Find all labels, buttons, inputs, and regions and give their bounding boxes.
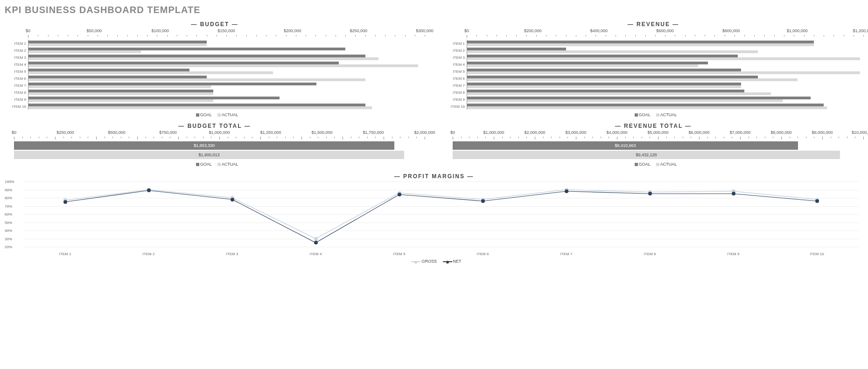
point-net — [314, 241, 318, 244]
axis-tick: $2,000,000 — [524, 130, 545, 135]
revenue-total-panel: REVENUE TOTAL $0$1,000,000$2,000,000$3,0… — [443, 121, 863, 167]
legend-label-actual: ACTUAL — [660, 162, 677, 167]
y-axis-tick: 40% — [5, 229, 12, 233]
legend-label-net: NET — [453, 259, 462, 264]
axis-tick: $0 — [464, 28, 469, 33]
row-budget-revenue: BUDGET $0$50,000$100,000$150,000$200,000… — [5, 19, 863, 117]
axis-tick: $4,000,000 — [606, 130, 627, 135]
bar-actual — [28, 92, 213, 95]
legend-swatch-goal — [635, 113, 638, 117]
legend-label-gross: GROSS — [421, 259, 437, 264]
row-totals: BUDGET TOTAL $0$250,000$500,000$750,000$… — [5, 121, 863, 167]
axis-tick: $400,000 — [590, 28, 608, 33]
point-net — [398, 193, 401, 196]
bar-actual — [28, 50, 141, 53]
legend-swatch-actual — [217, 163, 221, 166]
bar-row: ITEM 7 — [28, 82, 425, 89]
axis-tick: $500,000 — [108, 130, 126, 135]
legend-swatch-goal — [196, 163, 199, 166]
bar-row: ITEM 9 — [28, 96, 425, 103]
y-axis-tick: 100% — [5, 180, 14, 184]
revenue-total-title: REVENUE TOTAL — [443, 123, 863, 129]
axis-tick: $250,000 — [350, 28, 368, 33]
x-axis-tick: ITEM 9 — [728, 252, 740, 256]
budget-legend: GOAL ACTUAL — [5, 112, 425, 117]
x-axis-tick: ITEM 2 — [143, 252, 155, 256]
profit-panel: PROFIT MARGINS 20%30%40%50%60%70%80%90%1… — [5, 173, 863, 264]
axis-tick: $6,000,000 — [688, 130, 709, 135]
bar-actual — [467, 99, 783, 102]
legend-label-goal: GOAL — [639, 162, 651, 167]
axis-tick: $0 — [12, 130, 16, 135]
axis-tick: $300,000 — [416, 28, 434, 33]
bar-actual — [467, 106, 827, 109]
line-net — [65, 190, 817, 243]
x-axis-tick: ITEM 3 — [226, 252, 238, 256]
axis-tick: $1,200,000 — [853, 28, 868, 33]
bar-actual — [28, 57, 378, 60]
x-axis-tick: ITEM 5 — [393, 252, 406, 256]
total-bar-actual: $1,900,013 — [14, 151, 404, 159]
axis-tick: $150,000 — [217, 28, 235, 33]
x-axis-tick: ITEM 4 — [310, 252, 322, 256]
bar-row: ITEM 9 — [467, 96, 863, 103]
point-net — [732, 192, 735, 195]
revenue-total-chart: $0$1,000,000$2,000,000$3,000,000$4,000,0… — [443, 130, 863, 159]
bar-category-label: ITEM 4 — [5, 62, 26, 66]
bar-actual — [467, 78, 798, 81]
budget-title: BUDGET — [5, 21, 425, 28]
bar-category-label: ITEM 5 — [444, 69, 465, 73]
budget-total-legend: GOAL ACTUAL — [5, 162, 425, 167]
budget-chart: $0$50,000$100,000$150,000$200,000$250,00… — [5, 28, 425, 110]
axis-tick: $1,500,000 — [311, 130, 332, 135]
axis-tick: $750,000 — [159, 130, 177, 135]
x-axis-tick: ITEM 7 — [560, 252, 573, 256]
axis-tick: $1,250,000 — [260, 130, 281, 135]
legend-swatch-actual — [656, 163, 659, 166]
revenue-panel: REVENUE $0$200,000$400,000$600,000$800,0… — [443, 19, 863, 117]
bar-category-label: ITEM 7 — [444, 83, 465, 87]
line-gross — [65, 190, 817, 239]
axis-tick: $100,000 — [152, 28, 169, 33]
revenue-total-legend: GOAL ACTUAL — [443, 162, 863, 167]
bar-actual — [467, 64, 698, 67]
budget-total-title: BUDGET TOTAL — [5, 123, 425, 129]
axis-tick: $10,000,000 — [852, 130, 868, 135]
bar-category-label: ITEM 5 — [5, 69, 26, 73]
budget-total-chart: $0$250,000$500,000$750,000$1,000,000$1,2… — [5, 130, 425, 159]
revenue-legend: GOAL ACTUAL — [443, 112, 863, 117]
axis-tick: $250,000 — [56, 130, 74, 135]
y-axis-tick: 90% — [5, 188, 12, 192]
y-axis-tick: 50% — [5, 220, 12, 224]
legend-label-goal: GOAL — [200, 162, 212, 167]
y-axis-tick: 60% — [5, 212, 12, 216]
axis-tick: $9,000,000 — [812, 130, 833, 135]
axis-tick: $8,000,000 — [770, 130, 791, 135]
bar-category-label: ITEM 9 — [5, 97, 26, 101]
bar-row: ITEM 1 — [28, 40, 425, 47]
legend-swatch-net — [443, 261, 452, 262]
total-bar-label: $1,853,330 — [194, 143, 215, 148]
bar-category-label: ITEM 3 — [444, 55, 465, 59]
bar-row: ITEM 4 — [467, 61, 863, 68]
bar-category-label: ITEM 1 — [444, 41, 465, 45]
point-net — [147, 188, 151, 192]
bar-category-label: ITEM 6 — [444, 76, 465, 80]
y-axis-tick: 20% — [5, 245, 12, 249]
bar-category-label: ITEM 8 — [444, 90, 465, 94]
total-bar-goal: $1,853,330 — [14, 141, 394, 150]
bar-row: ITEM 5 — [467, 68, 863, 75]
bar-row: ITEM 10 — [467, 103, 863, 110]
axis-tick: $200,000 — [524, 28, 542, 33]
axis-tick: $5,000,000 — [647, 130, 668, 135]
bar-category-label: ITEM 2 — [444, 48, 465, 52]
bar-category-label: ITEM 10 — [444, 104, 465, 108]
budget-total-panel: BUDGET TOTAL $0$250,000$500,000$750,000$… — [5, 121, 425, 167]
bar-actual — [467, 85, 741, 88]
x-axis-tick: ITEM 6 — [477, 252, 489, 256]
bar-category-label: ITEM 2 — [5, 48, 26, 52]
bar-category-label: ITEM 10 — [5, 104, 26, 108]
bar-category-label: ITEM 9 — [444, 97, 465, 101]
point-net — [565, 189, 568, 193]
axis-tick: $200,000 — [284, 28, 301, 33]
